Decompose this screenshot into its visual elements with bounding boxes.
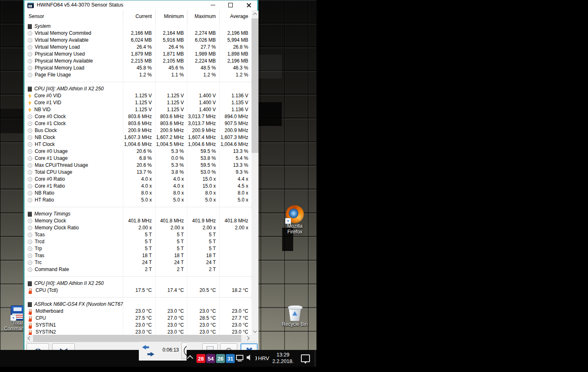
sensor-row[interactable]: Core #0 Ratio4.0 x4.0 x15.0 x4.4 x bbox=[26, 176, 252, 183]
sensor-row[interactable]: Physical Memory Available2,215 MB2,105 M… bbox=[26, 58, 252, 65]
taskbar-clock[interactable]: 13:29 2.2.2018. bbox=[270, 352, 296, 365]
minimize-button[interactable] bbox=[206, 1, 220, 9]
tray-sensor-badge[interactable]: 54 bbox=[206, 354, 215, 363]
maximum-value: 3,013.7 MHz bbox=[187, 113, 219, 120]
title-bar[interactable]: HWiNFO64 v5.44-3070 Sensor Status bbox=[24, 0, 257, 11]
sensor-row[interactable]: Tcas5 T5 T5 T bbox=[26, 231, 252, 238]
minimum-value bbox=[156, 211, 187, 217]
column-header-current[interactable]: Current bbox=[123, 10, 155, 23]
column-header-minimum[interactable]: Minimum bbox=[156, 10, 187, 23]
sensor-row[interactable]: NB Ratio8.0 x8.0 x8.0 x8.0 x bbox=[26, 190, 252, 197]
sensor-row[interactable]: Core #1 Ratio4.0 x4.0 x15.0 x4.5 x bbox=[26, 183, 252, 190]
sensor-label: Max CPU/Thread Usage bbox=[35, 162, 88, 169]
sensor-row[interactable]: Core #0 Clock803.6 MHz803.6 MHz3,013.7 M… bbox=[26, 113, 252, 120]
average-value bbox=[220, 259, 252, 266]
vertical-scrollbar-thumb[interactable] bbox=[252, 18, 258, 153]
sensor-row[interactable]: Trc24 T24 T24 T bbox=[26, 259, 252, 266]
tray-sensor-badge[interactable]: 26 bbox=[216, 354, 225, 363]
column-header-sensor[interactable]: Sensor bbox=[26, 10, 123, 23]
sensor-group-header[interactable]: CPU [#0]: AMD Athlon II X2 250 bbox=[26, 85, 252, 92]
sensor-row[interactable]: Core #0 Usage20.6 %5.3 %59.5 %13.3 % bbox=[26, 148, 252, 155]
sensor-row[interactable]: SYSTIN123.0 °C23.0 °C23.0 °C23.0 °C bbox=[26, 322, 252, 329]
sensor-group-header[interactable]: CPU [#0]: AMD Athlon II X2 250 bbox=[26, 280, 252, 287]
action-center-icon[interactable] bbox=[301, 354, 310, 362]
remote-monitoring-icon[interactable] bbox=[142, 344, 154, 356]
logging-clock-button[interactable] bbox=[181, 343, 187, 359]
sensor-label: Core #1 VID bbox=[34, 99, 61, 106]
minimum-value: 5 T bbox=[156, 245, 187, 252]
sensor-row[interactable]: Trcd5 T5 T5 T bbox=[26, 238, 252, 245]
sensor-row[interactable]: NB VID1.125 V1.125 V1.400 V1.136 V bbox=[26, 106, 252, 113]
close-button[interactable] bbox=[242, 1, 256, 9]
sensor-row[interactable]: Max CPU/Thread Usage20.6 %5.3 %59.5 %13.… bbox=[26, 162, 252, 169]
thermo-icon bbox=[29, 330, 32, 335]
clock-icon bbox=[184, 345, 187, 356]
minimum-value: 23.0 °C bbox=[156, 308, 187, 315]
sensor-row[interactable]: Tras18 T18 T18 T bbox=[26, 252, 252, 259]
scroll-right-arrow[interactable] bbox=[245, 335, 252, 342]
desktop-icon-firefox[interactable]: Mozilla Firefox bbox=[284, 205, 305, 235]
sensor-row[interactable]: Core #1 Usage6.8 %0.0 %53.8 %5.4 % bbox=[26, 155, 252, 162]
sensor-row[interactable]: Trp5 T5 T5 T bbox=[26, 245, 252, 252]
vertical-scrollbar[interactable] bbox=[252, 11, 258, 335]
language-indicator[interactable]: HRV bbox=[258, 355, 269, 361]
tray-chevron-up-icon[interactable] bbox=[187, 355, 194, 362]
current-value: 6,024 MB bbox=[123, 37, 155, 44]
scroll-left-arrow[interactable] bbox=[26, 335, 33, 342]
desktop-icon-recycle-bin[interactable]: Recycle Bin bbox=[282, 304, 308, 327]
sensor-row[interactable]: Core #1 VID1.125 V1.125 V1.400 V1.135 V bbox=[26, 99, 252, 106]
sensor-group-header[interactable]: Memory Timings bbox=[26, 211, 252, 217]
scroll-down-arrow[interactable] bbox=[252, 328, 258, 335]
sensor-group-header[interactable]: System bbox=[26, 23, 252, 30]
hwinfo-app-icon bbox=[27, 2, 34, 8]
minimum-value bbox=[156, 85, 187, 92]
sensor-group-header[interactable]: ASRock N68C-GS4 FX (Nuvoton NCT6776F) bbox=[26, 301, 252, 308]
current-value: 1,879 MB bbox=[123, 51, 155, 58]
average-value: 8.0 x bbox=[220, 190, 252, 197]
speaker-icon[interactable] bbox=[247, 354, 252, 361]
sensor-row[interactable]: Physical Memory Used1,879 MB1,871 MB1,98… bbox=[26, 51, 252, 58]
minimum-value: 23.0 °C bbox=[156, 329, 187, 335]
group-separator-line bbox=[26, 297, 252, 298]
sensor-row[interactable]: Page File Usage1.2 %1.1 %1.2 %1.2 % bbox=[26, 72, 252, 78]
horizontal-scrollbar-thumb[interactable] bbox=[33, 335, 241, 342]
sensor-row[interactable]: Motherboard23.0 °C23.0 °C23.0 °C23.0 °C bbox=[26, 308, 252, 315]
sensor-label: SYSTIN2 bbox=[36, 329, 56, 335]
desktop-icon-label: Mozilla Firefox bbox=[284, 223, 305, 235]
sensor-label: NB Clock bbox=[35, 134, 55, 141]
maximum-value: 5 T bbox=[187, 245, 219, 252]
column-header-average[interactable]: Average bbox=[220, 10, 252, 23]
average-value: 1.2 % bbox=[220, 72, 252, 78]
sensor-row[interactable]: Memory Clock Ratio2.00 x2.00 x2.00 x2.00… bbox=[26, 224, 252, 231]
maximum-value: 1.400 V bbox=[187, 106, 219, 113]
sensor-row[interactable]: Physical Memory Load45.8 %45.6 %48.5 %46… bbox=[26, 65, 252, 72]
average-value: 1,607.3 MHz bbox=[220, 134, 252, 141]
sensor-row[interactable]: CPU (Tctl)17.5 °C17.4 °C20.5 °C18.2 °C bbox=[26, 287, 252, 294]
scroll-up-arrow[interactable] bbox=[252, 11, 258, 18]
sensor-label: Trc bbox=[35, 259, 42, 266]
gauge-icon bbox=[28, 59, 32, 63]
tray-sensor-badge[interactable]: 28 bbox=[196, 354, 205, 363]
maximize-button[interactable] bbox=[223, 1, 237, 9]
firefox-icon bbox=[286, 205, 304, 223]
sensor-row[interactable]: Core #0 VID1.125 V1.125 V1.400 V1.136 V bbox=[26, 92, 252, 99]
sensor-row[interactable]: Core #1 Clock803.6 MHz803.6 MHz3,013.7 M… bbox=[26, 120, 252, 127]
sensor-row[interactable]: Virtual Memory Load26.4 %26.4 %27.7 %26.… bbox=[26, 44, 252, 51]
sensor-row[interactable]: SYSTIN223.0 °C23.0 °C23.0 °C23.0 °C bbox=[26, 329, 252, 335]
sensor-row[interactable]: HT Clock1,004.6 MHz1,004.5 MHz1,004.6 MH… bbox=[26, 141, 252, 148]
horizontal-scrollbar[interactable] bbox=[26, 335, 252, 342]
column-header-maximum[interactable]: Maximum bbox=[187, 10, 219, 23]
sensor-row[interactable]: Command Rate2 T2 T2 T bbox=[26, 266, 252, 273]
sensor-row[interactable]: Virtual Memory Available6,024 MB5,916 MB… bbox=[26, 37, 252, 44]
network-icon[interactable] bbox=[236, 355, 243, 360]
sensor-row[interactable]: HT Ratio5.0 x5.0 x5.0 x5.0 x bbox=[26, 197, 252, 204]
sensor-row[interactable]: Bus Clock200.9 MHz200.9 MHz200.9 MHz200.… bbox=[26, 127, 252, 134]
sensor-row[interactable]: Virtual Memory Commited2,166 MB2,164 MB2… bbox=[26, 30, 252, 37]
sensor-row[interactable]: Total CPU Usage13.7 %3.8 %53.0 %9.3 % bbox=[26, 169, 252, 176]
sensor-row[interactable]: CPU27.5 °C27.0 °C28.5 °C27.7 °C bbox=[26, 315, 252, 322]
sensor-row[interactable]: Memory Clock401.8 MHz401.8 MHz401.9 MHz4… bbox=[26, 217, 252, 224]
gauge-icon bbox=[28, 253, 32, 258]
maximum-value: 8.0 x bbox=[187, 190, 219, 197]
sensor-row[interactable]: NB Clock1,607.3 MHz1,607.2 MHz1,607.4 MH… bbox=[26, 134, 252, 141]
tray-sensor-badge[interactable]: 31 bbox=[226, 354, 235, 363]
